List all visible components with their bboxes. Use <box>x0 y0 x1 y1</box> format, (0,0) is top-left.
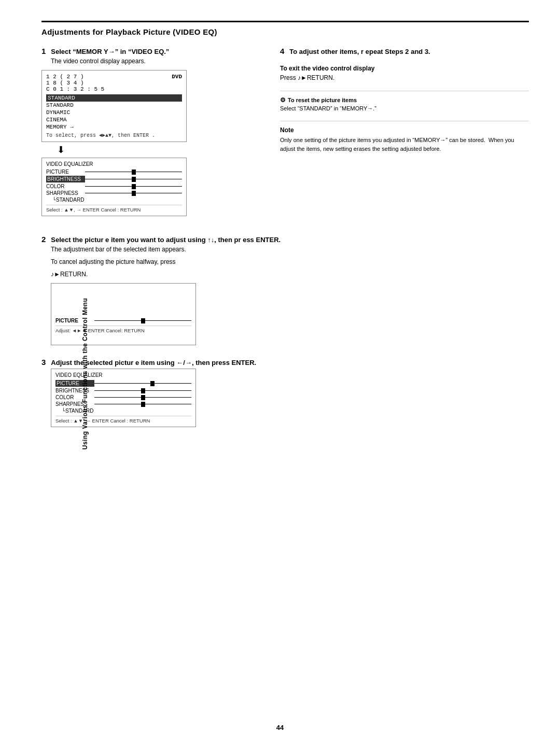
step2-header: Select the pictur e item you want to adj… <box>51 236 281 244</box>
osd-box: 1 2 ( 2 7 ) DVD 1 8 ( 3 4 ) C 0 1 : 3 2 … <box>41 70 187 142</box>
step3-number: 3 <box>41 358 46 367</box>
eq-row-brightness-1: BRIGHTNESS <box>46 176 182 182</box>
eq-bar-marker-s1 <box>132 191 136 196</box>
eq-row-sharpness-3: SHARPNESS <box>55 401 191 407</box>
osd-time1: 1 2 ( 2 7 ) <box>46 74 84 80</box>
eq-bar-marker-c3 <box>141 395 145 400</box>
eq-label-picture-1: PICTURE <box>46 169 85 175</box>
eq-row-brightness-3: BRIGHTNESS <box>55 388 191 393</box>
reset-icon: ⚙ <box>280 96 286 104</box>
eq-row-color-3: COLOR <box>55 394 191 400</box>
eq-bar-color-1 <box>85 185 182 189</box>
exit-block: To exit the video control display Press … <box>280 65 529 81</box>
note-text: Only one setting of the picture items yo… <box>280 136 529 153</box>
eq-bar-marker-1 <box>132 170 136 175</box>
eq-title-1: VIDEO EQUALIZER <box>46 161 182 167</box>
eq-label-brightness-1: BRIGHTNESS <box>46 176 85 182</box>
step1-desc: The video control display appears. <box>51 58 259 65</box>
step1-number: 1 <box>41 47 46 55</box>
note-header: Note <box>280 126 529 134</box>
osd-menu-item-2: DYNAMIC <box>46 109 182 116</box>
osd-menu-item-1: STANDARD <box>46 102 182 109</box>
osd-menu: STANDARD STANDARD DYNAMIC CINEMA MEMORY … <box>46 94 182 131</box>
step2-number: 2 <box>41 235 46 244</box>
eq-bar-brightness-3 <box>94 389 191 393</box>
picture-box-inner: PICTURE <box>55 318 191 323</box>
step3-header-line: 3 Adjust the selected pictur e item usin… <box>41 358 529 367</box>
eq-box-3: VIDEO EQUALIZER PICTURE BRIGHTNESS COLOR <box>51 369 196 427</box>
eq-standard-1: └STANDARD <box>48 197 182 203</box>
divider-1 <box>280 91 529 91</box>
eq-row-picture-3: PICTURE <box>55 380 191 387</box>
step3-block: 3 Adjust the selected pictur e item usin… <box>41 358 529 427</box>
eq-bar-marker-b1 <box>132 177 136 182</box>
eq-label-sharpness-1: SHARPNESS <box>46 190 85 196</box>
main-content: 1 Select “MEMOR Y→” in “VIDEO EQ.” The v… <box>41 47 529 227</box>
eq-bar-brightness-1 <box>85 177 182 181</box>
eq-bar-picture-3 <box>94 382 191 386</box>
eq-bar-color-3 <box>94 396 191 400</box>
exit-header: To exit the video control display <box>280 65 529 72</box>
eq-bar-sharpness-3 <box>94 402 191 406</box>
reset-header: To reset the picture items <box>288 97 357 103</box>
step4-block: 4 To adjust other items, r epeat Steps 2… <box>280 47 529 55</box>
picture-row: PICTURE <box>55 318 191 323</box>
arrow-down: ⬇ <box>57 144 259 156</box>
osd-dvd: DVD <box>172 74 182 80</box>
eq-bar-picture-1 <box>85 170 182 174</box>
reset-header-line: ⚙ To reset the picture items <box>280 96 529 104</box>
note-block: Note Only one setting of the picture ite… <box>280 126 529 153</box>
picture-bar <box>94 319 191 323</box>
sidebar-label: Using Various Functions with the Control… <box>81 298 89 449</box>
right-column: 4 To adjust other items, r epeat Steps 2… <box>280 47 529 227</box>
eq-caption-1: Select : ▲▼, → ENTER Cancel : RETURN <box>46 205 182 213</box>
eq-caption-3: Select : ▲▼, → ENTER Cancel : RETURN <box>55 416 191 424</box>
eq-bar-line-p3 <box>94 383 191 384</box>
step2-desc3: ♪►RETURN. <box>51 271 529 278</box>
eq-bar-sharpness-1 <box>85 191 182 195</box>
step1-block: 1 Select “MEMOR Y→” in “VIDEO EQ.” The v… <box>41 47 259 216</box>
step2-desc2: To cancel adjusting the picture halfway,… <box>51 258 529 265</box>
eq-title-3: VIDEO EQUALIZER <box>55 372 191 378</box>
osd-menu-item-4: MEMORY → <box>46 123 182 131</box>
step2-block: 2 Select the pictur e item you want to a… <box>41 235 529 345</box>
eq-row-sharpness-1: SHARPNESS <box>46 190 182 196</box>
osd-row-1: 1 2 ( 2 7 ) DVD <box>46 74 182 80</box>
eq-bar-marker-c1 <box>132 184 136 189</box>
page-number: 44 <box>276 724 284 731</box>
picture-box-caption: Adjust: ◄►◄ ENTER Cancel: RETURN <box>55 326 191 333</box>
osd-time3: C 0 1 : 3 2 : 5 5 <box>46 86 182 92</box>
eq-bar-marker-b3 <box>141 388 145 393</box>
eq-box-1: VIDEO EQUALIZER PICTURE BRIGHTNESS <box>41 158 187 216</box>
reset-block: ⚙ To reset the picture items Select “STA… <box>280 96 529 111</box>
picture-bar-marker <box>141 318 145 323</box>
eq-row-picture-1: PICTURE <box>46 169 182 175</box>
step4-header-line: 4 To adjust other items, r epeat Steps 2… <box>280 47 529 55</box>
step2-desc1: The adjustment bar of the selected item … <box>51 246 529 253</box>
eq-row-color-1: COLOR <box>46 184 182 189</box>
divider-2 <box>280 121 529 121</box>
step4-header: To adjust other items, r epeat Steps 2 a… <box>289 48 430 55</box>
step1-header-line: 1 Select “MEMOR Y→” in “VIDEO EQ.” <box>41 47 259 55</box>
exit-text: Press ♪►RETURN. <box>280 74 529 81</box>
reset-text: Select “STANDARD” in “MEMORY→.” <box>280 105 529 111</box>
osd-menu-item-3: CINEMA <box>46 116 182 123</box>
step2-header-line: 2 Select the pictur e item you want to a… <box>41 235 529 244</box>
eq-bar-marker-s3 <box>141 402 145 407</box>
picture-box: PICTURE Adjust: ◄►◄ ENTER Cancel: RETURN <box>51 283 196 345</box>
osd-caption: To select, press ◄►▲▼, then ENTER . <box>46 133 182 138</box>
eq-standard-3: └STANDARD <box>58 408 191 414</box>
top-divider <box>41 21 529 22</box>
eq-bar-marker-p3 <box>150 381 155 386</box>
osd-time2: 1 8 ( 3 4 ) <box>46 80 182 86</box>
eq-label-color-1: COLOR <box>46 184 85 189</box>
step4-number: 4 <box>280 47 284 55</box>
section-title: Adjustments for Playback Picture (VIDEO … <box>41 27 529 36</box>
osd-menu-item-0: STANDARD <box>46 94 182 102</box>
left-column: 1 Select “MEMOR Y→” in “VIDEO EQ.” The v… <box>41 47 259 227</box>
step1-header: Select “MEMOR Y→” in “VIDEO EQ.” <box>51 48 169 55</box>
